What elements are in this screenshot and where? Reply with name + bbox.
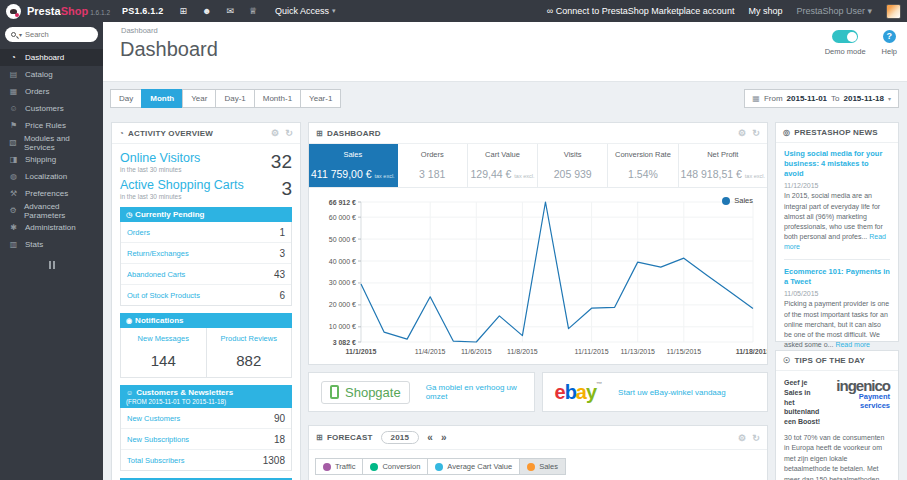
pending-row[interactable]: Out of Stock Products 6 (121, 285, 291, 305)
sidebar-item[interactable]: ⚙ Advanced Parameters (0, 202, 103, 219)
forecast-metric-toggle[interactable]: Average Cart Value (427, 458, 520, 475)
sidebar-item[interactable]: ▦ Orders (0, 83, 103, 100)
badges-icon[interactable]: ♕ (249, 6, 257, 16)
sidebar-item[interactable]: ◔ Dashboard (0, 49, 103, 66)
customers-icon[interactable]: ☻ (202, 6, 211, 16)
sidebar-item[interactable]: ▧ Modules and Services (0, 134, 103, 151)
notification-cell[interactable]: Product Reviews 882 (206, 328, 292, 377)
big-stat[interactable]: Online Visitors in the last 30 minutes 3… (120, 151, 292, 173)
sidebar-item-icon: ◍ (9, 172, 18, 181)
svg-text:11/13/2015: 11/13/2015 (620, 348, 655, 355)
search-input[interactable] (25, 30, 83, 39)
kpi-tile[interactable]: Conversion Rate 1.54% (608, 144, 678, 187)
date-range-button[interactable]: Day (110, 89, 142, 108)
sidebar-item-label: Customers (25, 104, 64, 113)
pending-row[interactable]: Orders 1 (121, 222, 291, 243)
backward-icon[interactable]: « (427, 432, 433, 443)
sidebar-item-label: Administration (25, 223, 76, 232)
kpi-tile[interactable]: Cart Value 129,44 € tax excl. (468, 144, 538, 187)
shopgate-logo[interactable]: Shopgate (321, 381, 410, 404)
date-range-button[interactable]: Day-1 (215, 89, 254, 108)
forward-icon[interactable]: » (441, 432, 447, 443)
sidebar-item[interactable]: ◍ Localization (0, 168, 103, 185)
shopgate-link[interactable]: Ga mobiel en verhoog uw omzet (426, 383, 522, 401)
sidebar-item-icon: ▤ (9, 70, 18, 79)
rss-icon: ◎ (783, 128, 790, 137)
date-range-button[interactable]: Year-1 (300, 89, 341, 108)
big-stat-sub: in the last 30 minutes (120, 166, 271, 173)
toggle-on-icon[interactable] (832, 30, 858, 43)
ebay-logo[interactable]: ebay™ (555, 381, 603, 404)
demo-mode-toggle[interactable]: Demo mode (825, 30, 866, 56)
sidebar-item[interactable]: ◨ Shipping (0, 151, 103, 168)
sidebar-collapse-icon[interactable] (0, 261, 103, 269)
forecast-metric-toggle[interactable]: Traffic (315, 458, 363, 475)
kpi-value: 3 181 (419, 168, 445, 180)
quick-access-menu[interactable]: Quick Access ▾ (275, 6, 336, 16)
date-range-button[interactable]: Month (141, 89, 183, 108)
gear-icon[interactable]: ⚙ (738, 433, 746, 443)
refresh-icon[interactable]: ↻ (752, 128, 760, 138)
help-button[interactable]: ? Help (882, 30, 897, 56)
activity-overview-panel: ◔ ACTIVITY OVERVIEW ⚙ ↻ Online Visitors … (111, 122, 301, 480)
kpi-tile[interactable]: Sales 411 759,00 € tax excl. (309, 144, 398, 187)
kpi-tile[interactable]: Visits 205 939 (538, 144, 608, 187)
ingenico-logo[interactable]: ingenico Paymentservices (820, 378, 890, 410)
cart-icon[interactable]: ⊞ (179, 6, 187, 16)
date-range-button[interactable]: Year (182, 89, 216, 108)
refresh-icon[interactable]: ↻ (752, 433, 760, 443)
kpi-value: 148 918,51 € (681, 168, 742, 180)
forecast-metric-toggle[interactable]: Conversion (362, 458, 428, 475)
forecast-panel: ⊞ FORECAST 2015 « » ⚙ ↻ Traffic (308, 425, 768, 480)
pending-row[interactable]: Return/Exchanges 3 (121, 243, 291, 264)
content: Day Month Year Day-1 Month-1 Year-1 ▦ Fr… (103, 82, 907, 480)
pending-row[interactable]: Abandoned Carts 43 (121, 264, 291, 285)
metric-label: Average Cart Value (447, 462, 512, 471)
big-stat-value: 32 (271, 151, 292, 173)
news-item-date: 11/12/2015 (784, 182, 890, 189)
search-box[interactable]: ▾ (5, 27, 98, 42)
sidebar-item-icon: ▥ (9, 240, 18, 249)
forecast-year[interactable]: 2015 (381, 431, 420, 444)
sidebar-item[interactable]: ☺ Customers (0, 100, 103, 117)
svg-text:11/18/2015: 11/18/2015 (736, 348, 767, 355)
user-menu[interactable]: PrestaShop User ▾ (796, 6, 872, 16)
customers-row[interactable]: Total Subscribers 1308 (121, 450, 291, 470)
divider (784, 259, 890, 260)
gear-icon[interactable]: ⚙ (738, 128, 746, 138)
big-stat[interactable]: Active Shopping Carts in the last 30 min… (120, 178, 292, 200)
kpi-tile[interactable]: Net Profit 148 918,51 € tax excl. (679, 144, 767, 187)
my-shop-link[interactable]: My shop (748, 6, 782, 16)
customers-row[interactable]: New Subscriptions 18 (121, 429, 291, 450)
gear-icon[interactable]: ⚙ (271, 128, 279, 138)
messages-icon[interactable]: ✉ (226, 6, 234, 16)
news-item-title[interactable]: Using social media for your business: 4 … (784, 149, 890, 179)
sidebar-item[interactable]: ▥ Stats (0, 236, 103, 253)
notification-cell[interactable]: New Messages 144 (121, 328, 206, 377)
news-item-title[interactable]: Ecommerce 101: Payments in a Tweet (784, 267, 890, 287)
date-range-button[interactable]: Month-1 (254, 89, 301, 108)
sidebar-item[interactable]: ✱ Administration (0, 219, 103, 236)
sidebar-item[interactable]: ⚑ Price Rules (0, 117, 103, 134)
news-item-date: 11/05/2015 (784, 290, 890, 297)
kpi-tile[interactable]: Orders 3 181 (398, 144, 468, 187)
forecast-metric-toggle[interactable]: Sales (519, 458, 566, 475)
read-more-link[interactable]: Read more (835, 341, 870, 348)
chart-legend[interactable]: Sales (722, 196, 753, 205)
svg-text:50 000 €: 50 000 € (329, 236, 356, 243)
kpi-suffix: tax excl. (745, 173, 765, 179)
ebay-link[interactable]: Start uw eBay-winkel vandaag (618, 388, 726, 397)
marketplace-link[interactable]: ∞ Connect to PrestaShop Marketplace acco… (547, 6, 735, 16)
breadcrumb: Dashboard (121, 26, 158, 35)
date-picker[interactable]: ▦ From 2015-11-01 To 2015-11-18 ▾ (744, 89, 899, 108)
sidebar-item[interactable]: ⚒ Preferences (0, 185, 103, 202)
user-avatar[interactable] (886, 4, 901, 19)
currently-pending-section: ◷Currently Pending Orders 1 Return/Excha… (120, 207, 292, 306)
kpi-value: 205 939 (554, 168, 592, 180)
sidebar-item[interactable]: ▤ Catalog (0, 66, 103, 83)
date-range-buttons: Day Month Year Day-1 Month-1 Year-1 (111, 89, 341, 108)
customers-row[interactable]: New Customers 90 (121, 408, 291, 429)
svg-text:66 912 €: 66 912 € (329, 199, 356, 206)
big-stat-sub: in the last 30 minutes (120, 193, 281, 200)
refresh-icon[interactable]: ↻ (285, 128, 293, 138)
